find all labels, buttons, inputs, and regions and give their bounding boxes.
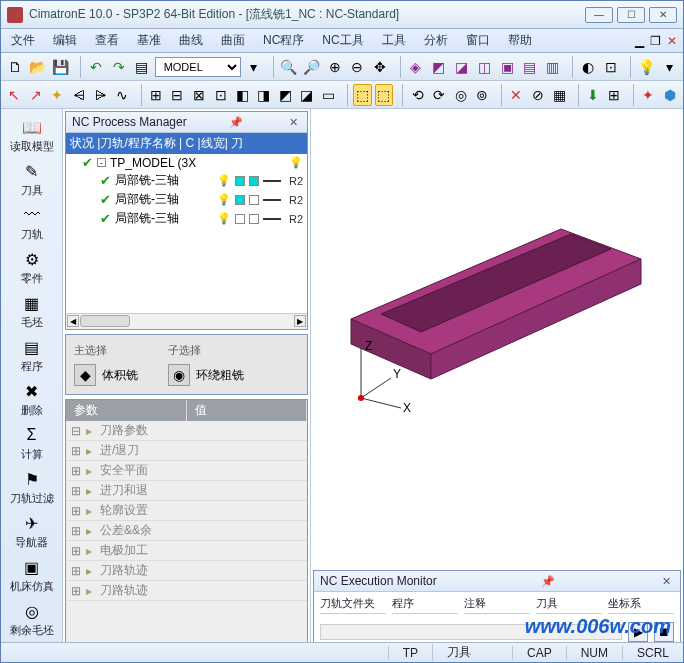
menu-curve[interactable]: 曲线 xyxy=(175,30,207,51)
tb2-j-icon[interactable]: ⟲ xyxy=(408,84,427,106)
tb2-e-icon[interactable]: ◧ xyxy=(233,84,252,106)
expand-icon[interactable]: ⊞ xyxy=(70,524,82,538)
tb2-filter3-icon[interactable]: ∿ xyxy=(113,84,132,106)
mdi-minimize-icon[interactable]: ▁ xyxy=(635,34,644,48)
tb2-highlight2-icon[interactable]: ⬚ xyxy=(375,84,394,106)
tb2-c-icon[interactable]: ⊠ xyxy=(190,84,209,106)
tb-zoom-out-icon[interactable]: ⊖ xyxy=(348,56,368,78)
exec-col-coord[interactable]: 坐标系 xyxy=(608,596,674,614)
tb-zoom-in-icon[interactable]: ⊕ xyxy=(325,56,345,78)
tb-drop-icon[interactable]: ▾ xyxy=(659,56,679,78)
model-canvas[interactable]: Z Y X xyxy=(311,109,683,568)
tb-undo-icon[interactable]: ↶ xyxy=(86,56,106,78)
tb-dropdown-icon[interactable]: ▾ xyxy=(244,56,264,78)
tb2-h-icon[interactable]: ◪ xyxy=(298,84,317,106)
tree-row-0[interactable]: ✔-TP_MODEL (3X💡 xyxy=(66,154,307,171)
tb2-highlight-icon[interactable]: ⬚ xyxy=(353,84,372,106)
tb-open-icon[interactable]: 📂 xyxy=(28,56,48,78)
tb2-i-icon[interactable]: ▭ xyxy=(319,84,338,106)
tb-zoom-fit-icon[interactable]: 🔍 xyxy=(279,56,299,78)
param-row-4[interactable]: ⊞▸轮廓设置 xyxy=(66,501,307,521)
color-swatch-1[interactable] xyxy=(235,214,245,224)
sidebar-item-9[interactable]: ✈导航器 xyxy=(1,511,62,552)
expand-icon[interactable]: ⊞ xyxy=(70,564,82,578)
tb2-f-icon[interactable]: ◨ xyxy=(255,84,274,106)
color-swatch-2[interactable] xyxy=(249,176,259,186)
tb2-pick-icon[interactable]: ↖ xyxy=(5,84,24,106)
scroll-left-icon[interactable]: ◀ xyxy=(67,315,79,327)
tb2-filter1-icon[interactable]: ⩤ xyxy=(70,84,89,106)
tree-scrollbar[interactable]: ◀ ▶ xyxy=(66,313,307,329)
menu-edit[interactable]: 编辑 xyxy=(49,30,81,51)
model-select[interactable]: MODEL xyxy=(155,57,241,77)
menu-ncprogram[interactable]: NC程序 xyxy=(259,30,308,51)
color-swatch-2[interactable] xyxy=(249,195,259,205)
scroll-right-icon[interactable]: ▶ xyxy=(294,315,306,327)
sidebar-item-2[interactable]: 〰刀轨 xyxy=(1,203,62,244)
expand-icon[interactable]: ⊞ xyxy=(70,544,82,558)
sidebar-item-4[interactable]: ▦毛坯 xyxy=(1,291,62,332)
menu-window[interactable]: 窗口 xyxy=(462,30,494,51)
tb2-a-icon[interactable]: ⊞ xyxy=(147,84,166,106)
exec-close-icon[interactable]: ✕ xyxy=(659,575,674,588)
exec-col-tool[interactable]: 刀具 xyxy=(536,596,602,614)
expand-icon[interactable]: ⊞ xyxy=(70,584,82,598)
tb2-star-icon[interactable]: ✦ xyxy=(48,84,67,106)
expand-icon[interactable]: ⊟ xyxy=(70,424,82,438)
color-swatch-2[interactable] xyxy=(249,214,259,224)
param-row-1[interactable]: ⊞▸进/退刀 xyxy=(66,441,307,461)
param-row-6[interactable]: ⊞▸电极加工 xyxy=(66,541,307,561)
param-row-3[interactable]: ⊞▸进刀和退 xyxy=(66,481,307,501)
bulb-icon[interactable]: 💡 xyxy=(217,212,231,225)
tb-shade-icon[interactable]: ◐ xyxy=(578,56,598,78)
param-row-2[interactable]: ⊞▸安全平面 xyxy=(66,461,307,481)
mdi-restore-icon[interactable]: ❐ xyxy=(650,34,661,48)
tb-light-icon[interactable]: 💡 xyxy=(636,56,656,78)
bulb-icon[interactable]: 💡 xyxy=(217,174,231,187)
tb2-filter2-icon[interactable]: ⩥ xyxy=(91,84,110,106)
tb-view-right-icon[interactable]: ▥ xyxy=(543,56,563,78)
color-swatch-1[interactable] xyxy=(235,195,245,205)
collapse-icon[interactable]: - xyxy=(97,158,106,167)
sidebar-item-5[interactable]: ▤程序 xyxy=(1,335,62,376)
param-row-5[interactable]: ⊞▸公差&&余 xyxy=(66,521,307,541)
menu-view[interactable]: 查看 xyxy=(91,30,123,51)
tb-view-iso-icon[interactable]: ◈ xyxy=(406,56,426,78)
minimize-button[interactable]: — xyxy=(585,7,613,23)
sidebar-item-10[interactable]: ▣机床仿真 xyxy=(1,555,62,596)
expand-icon[interactable]: ⊞ xyxy=(70,444,82,458)
tb2-p-icon[interactable]: ▦ xyxy=(550,84,569,106)
volume-mill-icon[interactable]: ◆ xyxy=(74,364,96,386)
menu-help[interactable]: 帮助 xyxy=(504,30,536,51)
expand-icon[interactable]: ⊞ xyxy=(70,464,82,478)
exec-col-program[interactable]: 程序 xyxy=(392,596,458,614)
tb2-m-icon[interactable]: ⊚ xyxy=(473,84,492,106)
tb-view-side-icon[interactable]: ◫ xyxy=(474,56,494,78)
menu-datum[interactable]: 基准 xyxy=(133,30,165,51)
pin-icon[interactable]: 📌 xyxy=(226,116,246,129)
tb2-o-icon[interactable]: ⊘ xyxy=(528,84,547,106)
tb2-g-icon[interactable]: ◩ xyxy=(276,84,295,106)
tb2-q-icon[interactable]: ⬇ xyxy=(584,84,603,106)
expand-icon[interactable]: ⊞ xyxy=(70,504,82,518)
tb2-b-icon[interactable]: ⊟ xyxy=(168,84,187,106)
tree-row-2[interactable]: ✔局部铣-三轴💡R2 xyxy=(66,190,307,209)
menu-tool[interactable]: 工具 xyxy=(378,30,410,51)
exec-col-note[interactable]: 注释 xyxy=(464,596,530,614)
tb2-s-icon[interactable]: ✦ xyxy=(639,84,658,106)
tree-row-3[interactable]: ✔局部铣-三轴💡R2 xyxy=(66,209,307,228)
color-swatch-1[interactable] xyxy=(235,176,245,186)
tb-new-icon[interactable]: 🗋 xyxy=(5,56,25,78)
close-button[interactable]: ✕ xyxy=(649,7,677,23)
exec-col-folder[interactable]: 刀轨文件夹 xyxy=(320,596,386,614)
sidebar-item-11[interactable]: ◎剩余毛坯 xyxy=(1,599,62,640)
tb-view-top-icon[interactable]: ◪ xyxy=(451,56,471,78)
tb-view-front-icon[interactable]: ◩ xyxy=(429,56,449,78)
sidebar-item-8[interactable]: ⚑刀轨过滤 xyxy=(1,467,62,508)
menu-analysis[interactable]: 分析 xyxy=(420,30,452,51)
tb2-n-icon[interactable]: ✕ xyxy=(507,84,526,106)
tb2-k-icon[interactable]: ⟳ xyxy=(430,84,449,106)
tb-pan-icon[interactable]: ✥ xyxy=(370,56,390,78)
sidebar-item-6[interactable]: ✖删除 xyxy=(1,379,62,420)
menu-file[interactable]: 文件 xyxy=(7,30,39,51)
